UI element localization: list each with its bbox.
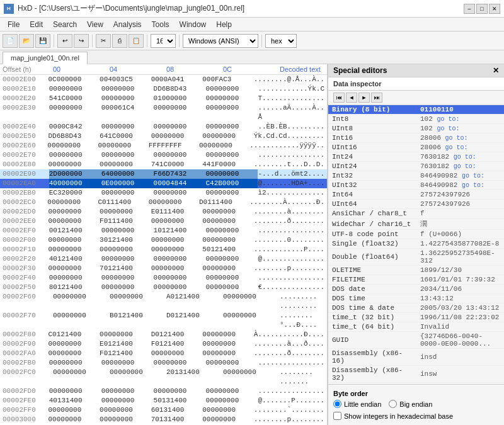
- hex-rows-container[interactable]: 00002E00 0C000000 004003C5 0000A041 000F…: [0, 75, 327, 425]
- restore-button[interactable]: □: [476, 4, 488, 14]
- di-row: Single (float32)1.42275435877082E-8: [328, 239, 504, 249]
- little-endian-option[interactable]: Little endian: [333, 400, 381, 408]
- hex-row[interactable]: 00002EC0 00000000 C0111400 00000000 D011…: [0, 198, 327, 207]
- menu-edit[interactable]: Edit: [25, 19, 48, 30]
- menu-help[interactable]: Help: [211, 19, 237, 30]
- hex-cell-08: 741C0000: [151, 160, 203, 169]
- special-panel-title: Special editors: [333, 66, 387, 75]
- hex-row[interactable]: 00002FC0 00000000 00000000 20131400 0000…: [0, 368, 327, 387]
- file-tab[interactable]: map_jungle01_00n.rel: [3, 52, 88, 64]
- hex-row[interactable]: 00002F30 00000000 70121400 00000000 0000…: [0, 264, 327, 273]
- hex-cell-04: 00000000: [101, 358, 154, 368]
- hex-row[interactable]: 00002FA0 00000000 F0121400 00000000 0000…: [0, 349, 327, 358]
- hex-area[interactable]: Offset (h) 00 04 08 0C Decoded text 0000…: [0, 64, 328, 425]
- hex-cell-04: 70121400: [100, 264, 151, 273]
- hex-row[interactable]: 00002E10 00000000 00000000 DD6B8D43 0000…: [0, 84, 327, 94]
- hex-row[interactable]: 00002F60 00000000 00000000 A0121400 0000…: [0, 292, 327, 311]
- hex-row[interactable]: 00002E20 541C0000 00000000 01000000 0000…: [0, 94, 327, 103]
- hex-row[interactable]: 00002EE0 00000000 F0111400 00000000 0000…: [0, 217, 327, 226]
- hex-row[interactable]: 00002EF0 00121400 00000000 10121400 0000…: [0, 226, 327, 235]
- offset-cell: 00002E90: [3, 169, 49, 179]
- hex-row[interactable]: 00002E60 00000000 00000000 FFFFFFFF 0000…: [0, 141, 327, 150]
- di-label: Int8: [328, 115, 416, 124]
- little-endian-radio[interactable]: [333, 400, 341, 408]
- hex-row[interactable]: 00003000 00000000 00000000 70131400 0000…: [0, 415, 327, 424]
- open-button[interactable]: 📂: [19, 34, 34, 48]
- di-value: Invalid: [416, 322, 504, 332]
- hex-row[interactable]: 00002ED0 00000000 00000000 E0111400 0000…: [0, 207, 327, 217]
- menu-analysis[interactable]: Analysis: [108, 19, 147, 30]
- hex-row[interactable]: 00002EB0 EC320000 00000000 00000000 0000…: [0, 188, 327, 198]
- redo-button[interactable]: ↪: [74, 34, 89, 48]
- encoding-select[interactable]: Windows (ANSI): [183, 34, 258, 48]
- go-to-link[interactable]: go to:: [462, 173, 484, 179]
- hex-row[interactable]: 00002E00 0C000000 004003C5 0000A041 000F…: [0, 75, 327, 84]
- hex-row[interactable]: 00002F10 00000000 00000000 00000000 5012…: [0, 245, 327, 254]
- hex-row[interactable]: 00002F20 40121400 00000000 00000000 0000…: [0, 254, 327, 264]
- title-bar-controls[interactable]: – □ ✕: [464, 4, 500, 14]
- hex-row[interactable]: 00002E90 2D000000 64000000 F66D7432 0000…: [0, 169, 327, 179]
- hex-row[interactable]: 00002F80 C0121400 00000000 D0121400 0000…: [0, 330, 327, 339]
- go-to-link[interactable]: go to:: [462, 182, 484, 189]
- new-button[interactable]: 📄: [3, 34, 18, 48]
- hex-row[interactable]: 00002F40 00000000 00000000 00000000 0000…: [0, 273, 327, 283]
- hex-cell-00: EC320000: [49, 188, 101, 198]
- toolbar-sep-1: [54, 35, 54, 47]
- menu-view[interactable]: View: [82, 19, 108, 30]
- cut-button[interactable]: ✂: [96, 34, 111, 48]
- go-to-link[interactable]: go to:: [445, 135, 468, 142]
- hex-cell-0c: 441F0000: [202, 160, 254, 169]
- hex-cell-0c: 00000000: [205, 273, 258, 283]
- menu-window[interactable]: Window: [175, 19, 212, 30]
- offset-cell: 00002FF0: [3, 405, 49, 415]
- hex-row[interactable]: 00002E40 0000C842 00000000 00000000 0000…: [0, 122, 327, 132]
- save-button[interactable]: 💾: [35, 34, 50, 48]
- hex-cell-0c: 00000000: [202, 330, 254, 339]
- menu-tools[interactable]: Tools: [147, 19, 175, 30]
- hex-row[interactable]: 00002E80 00000000 00000000 741C0000 441F…: [0, 160, 327, 169]
- hex-cell-00: 00000000: [49, 160, 100, 169]
- go-to-link[interactable]: go to:: [454, 163, 476, 170]
- hex-cell-00: 80121400: [49, 283, 101, 292]
- data-inspector-tab[interactable]: Data inspector: [328, 77, 504, 91]
- panel-close-button[interactable]: ✕: [493, 66, 499, 75]
- hex-cell-00: 40131400: [49, 396, 101, 405]
- hex-row[interactable]: 00002FF0 00000000 00000000 60131400 0000…: [0, 405, 327, 415]
- hex-row[interactable]: 00002E30 00000000 000061C4 00000000 0000…: [0, 103, 327, 122]
- menu-search[interactable]: Search: [48, 19, 82, 30]
- text-cell: @.......P.......: [258, 396, 324, 405]
- hex-cell-04: 00000000: [100, 405, 151, 415]
- view-mode-select[interactable]: hex: [265, 34, 297, 48]
- hex-row[interactable]: 00002F00 00000000 30121400 00000000 0000…: [0, 235, 327, 245]
- hex-row[interactable]: 00002FD0 00000000 00000000 00000000 0000…: [0, 387, 327, 396]
- nav-last-button[interactable]: ⏭: [371, 93, 382, 103]
- hex-row[interactable]: 00002F50 80121400 00000000 00000000 0000…: [0, 283, 327, 292]
- hex-row[interactable]: 00002FE0 40131400 00000000 50131400 0000…: [0, 396, 327, 405]
- nav-next-button[interactable]: ►: [358, 93, 370, 103]
- go-to-link[interactable]: go to:: [445, 144, 468, 151]
- paste-button[interactable]: 📋: [129, 34, 144, 48]
- hex-cell-0c: 00000000: [202, 207, 254, 217]
- undo-button[interactable]: ↩: [57, 34, 72, 48]
- hex-row[interactable]: 00002E70 00000000 00000000 00000000 0000…: [0, 150, 327, 160]
- hex-row[interactable]: 00002EA0 40000000 0E000000 00004844 C42B…: [0, 179, 327, 188]
- big-endian-option[interactable]: Big endian: [389, 400, 432, 408]
- nav-first-button[interactable]: ⏮: [333, 93, 345, 103]
- hex-row[interactable]: 00002F70 00000000 B0121400 D0121400 0000…: [0, 311, 327, 330]
- nav-prev-button[interactable]: ◄: [346, 93, 357, 103]
- close-button[interactable]: ✕: [489, 4, 500, 14]
- bytes-per-row-select[interactable]: 16 32: [151, 34, 176, 48]
- show-hex-checkbox[interactable]: [333, 412, 341, 420]
- hex-row[interactable]: 00002F90 00000000 E0121400 F0121400 0000…: [0, 339, 327, 349]
- minimize-button[interactable]: –: [464, 4, 475, 14]
- go-to-link[interactable]: go to:: [437, 125, 459, 132]
- big-endian-radio[interactable]: [389, 400, 397, 408]
- copy-button[interactable]: ⎙: [112, 34, 127, 48]
- hex-row[interactable]: 00002FB0 00000000 00000000 00000000 0000…: [0, 358, 327, 368]
- hex-row[interactable]: 00002E50 DD6B8D43 641C0000 00000000 0000…: [0, 132, 327, 141]
- di-value: 28006 go to:: [416, 143, 504, 152]
- menu-file[interactable]: File: [3, 19, 25, 30]
- go-to-link[interactable]: go to:: [437, 116, 459, 123]
- go-to-link[interactable]: go to:: [454, 154, 476, 161]
- show-hex-option[interactable]: Show integers in hexadecimal base: [333, 412, 499, 420]
